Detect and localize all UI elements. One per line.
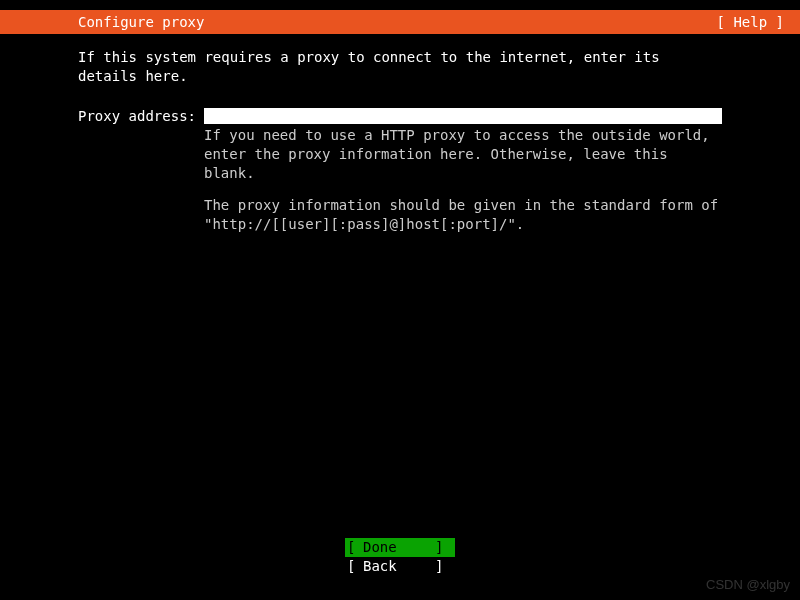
header-bar: Configure proxy [ Help ] xyxy=(0,10,800,34)
proxy-row: Proxy address: If you need to use a HTTP… xyxy=(78,108,722,234)
back-button[interactable]: [Back] xyxy=(345,557,455,576)
proxy-help-1: If you need to use a HTTP proxy to acces… xyxy=(204,126,722,183)
page-title: Configure proxy xyxy=(78,14,204,30)
watermark: CSDN @xlgby xyxy=(706,577,790,592)
content-area: If this system requires a proxy to conne… xyxy=(0,34,800,234)
help-button[interactable]: [ Help ] xyxy=(717,14,784,30)
proxy-help-2: The proxy information should be given in… xyxy=(204,196,722,234)
proxy-input[interactable] xyxy=(204,108,722,124)
proxy-label: Proxy address: xyxy=(78,108,204,124)
intro-text: If this system requires a proxy to conne… xyxy=(78,48,722,86)
footer: [Done] [Back] xyxy=(0,538,800,576)
done-button[interactable]: [Done] xyxy=(345,538,455,557)
